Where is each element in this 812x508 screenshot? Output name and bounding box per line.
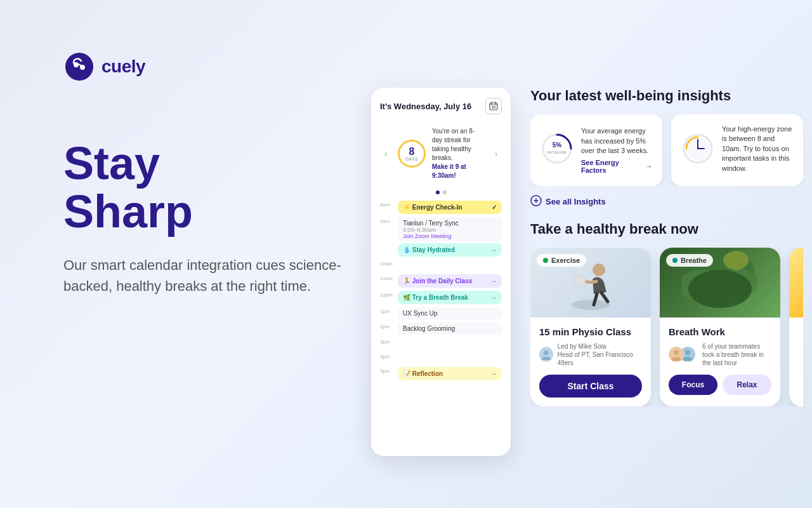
svg-point-0 [65,53,93,81]
insight-card-energy-zone: Your high-energy zone is between 8 and 1… [671,114,803,186]
focus-button[interactable]: Focus [669,375,717,395]
reflection-pill[interactable]: 📝 Reflection → [398,367,502,380]
time-content-9am: Tianlun / Terry Sync 9:00–9:30am Join Zo… [398,217,502,258]
svg-point-22 [544,351,548,355]
hero-title: Stay Sharp [63,140,368,236]
logo-area: cuely [63,51,145,83]
breath-break-pill[interactable]: 🌿 Try a Breath Break → [398,291,502,304]
time-slots: 8am ⚡ Energy Check-In ✓ 9am Tianlun / Te… [380,201,502,382]
break-cards: Exercise 15 min Physio Class Led by Mike… [530,248,803,406]
time-row-10am: 10am [380,260,502,272]
time-row-5pm: 5pm 📝 Reflection → [380,367,502,382]
dot-2 [443,190,447,194]
insight-link-1[interactable]: See Energy Factors → [581,159,652,174]
terry-sync-block: Tianlun / Terry Sync 9:00–9:30am Join Zo… [398,217,502,242]
ux-sync-block: UX Sync Up [398,307,502,319]
break-section-title: Take a healthy break now [530,221,803,237]
time-label-2pm: 2pm [380,323,394,330]
time-row-12pm: 12pm 🌿 Try a Breath Break → [380,291,502,305]
exercise-card-title: 15 min Physio Class [539,326,642,337]
breathe-break-card: Breathe Breath Work 6 of your teammates … [660,248,780,406]
time-label-8am: 8am [380,201,394,208]
time-row-3pm: 3pm [380,338,502,351]
carousel-dots [380,190,502,194]
breathe-card-meta: 6 of your teammates took a breath break … [669,342,771,367]
breathe-card-image: Breathe [660,248,780,318]
svg-point-18 [572,300,610,310]
time-row-4pm: 4pm [380,352,502,365]
see-all-insights-link[interactable]: See all Insights [530,195,803,208]
svg-point-29 [674,350,679,355]
instructor-avatar [539,347,553,362]
instructor-name: Led by Mike Sola [558,342,642,351]
insight-text-2: Your high-energy zone is between 8 and 1… [722,124,793,173]
breathe-meta-text: 6 of your teammates took a breath break … [702,342,771,367]
exercise-badge: Exercise [537,254,586,267]
streak-badge: 8 DAYS [398,140,426,168]
stay-hydrated-pill[interactable]: 💧 Stay Hydrated → [398,243,502,257]
hero-subtitle: Our smart calendar integration cues scie… [63,255,368,297]
dot-1 [436,190,440,194]
break-card-partial [789,248,803,406]
time-label-4pm: 4pm [380,352,394,359]
brand-name: cuely [102,57,145,77]
teammate-avatar-1 [669,347,684,362]
insight-clock-icon [681,132,714,168]
time-row-11am: 11am 🏃 Join the Daily Class → [380,274,502,289]
svg-text:INCREASE: INCREASE [547,150,567,154]
exercise-card-meta: Led by Mike Sola Head of PT, San Francis… [539,342,642,367]
svg-point-20 [574,276,586,287]
start-class-button[interactable]: Start Class [539,375,642,398]
time-label-11am: 11am [380,274,394,281]
time-label-9am: 9am [380,217,394,224]
time-label-5pm: 5pm [380,367,394,374]
insight-cards: 5% INCREASE Your average energy has incr… [530,114,803,186]
insight-text-1: Your average energy has increased by 5% … [581,126,652,156]
time-label-1pm: 1pm [380,307,394,314]
calendar-icon[interactable]: 16 [485,98,502,114]
svg-point-19 [593,264,605,276]
streak-card: 8 DAYS You're on an 8-day streak for tak… [391,122,490,185]
streak-carousel: ‹ 8 DAYS You're on an 8-day streak for t… [380,122,502,185]
see-all-icon [530,195,542,208]
insight-card-energy: 5% INCREASE Your average energy has incr… [530,114,662,186]
svg-text:5%: 5% [553,142,562,149]
svg-text:16: 16 [492,105,496,109]
exercise-break-card: Exercise 15 min Physio Class Led by Mike… [530,248,651,406]
instructor-role: Head of PT, San Francisco 49ers [558,351,642,367]
insight-gauge-1: 5% INCREASE [540,132,573,168]
energy-checkin-pill[interactable]: ⚡ Energy Check-In ✓ [398,201,502,214]
relax-button[interactable]: Relax [723,375,771,395]
insights-panel: Your latest well-being insights 5% INCRE… [530,88,803,406]
time-row-9am: 9am Tianlun / Terry Sync 9:00–9:30am Joi… [380,217,502,258]
backlog-grooming-block: Backlog Grooming [398,323,502,335]
time-row-1pm: 1pm UX Sync Up [380,307,502,321]
logo-icon [63,51,95,83]
calendar-date: It's Wednesday, July 16 [380,102,471,111]
time-row-8am: 8am ⚡ Energy Check-In ✓ [380,201,502,215]
breathe-badge: Breathe [666,254,713,267]
hero-text-block: Stay Sharp Our smart calendar integratio… [63,140,368,297]
calendar-panel: It's Wednesday, July 16 16 ‹ 8 DAYS You'… [371,88,511,456]
carousel-next[interactable]: › [490,148,502,159]
carousel-prev[interactable]: ‹ [380,148,391,159]
time-label-10am: 10am [380,260,394,267]
insights-title: Your latest well-being insights [530,88,803,104]
breathe-card-title: Breath Work [669,326,771,337]
svg-point-26 [688,270,752,308]
svg-point-27 [723,251,749,270]
time-row-2pm: 2pm Backlog Grooming [380,323,502,336]
daily-class-pill[interactable]: 🏃 Join the Daily Class → [398,274,502,288]
time-content-8am: ⚡ Energy Check-In ✓ [398,201,502,215]
streak-days-label: DAYS [405,157,418,161]
streak-text: You're on an 8-day streak for taking hea… [432,127,484,180]
time-label-12pm: 12pm [380,291,394,298]
svg-point-31 [685,350,690,355]
time-label-3pm: 3pm [380,338,394,345]
streak-number: 8 [409,147,415,157]
breathe-actions: Focus Relax [669,375,771,395]
exercise-card-image: Exercise [530,248,651,318]
calendar-header: It's Wednesday, July 16 16 [380,98,502,114]
